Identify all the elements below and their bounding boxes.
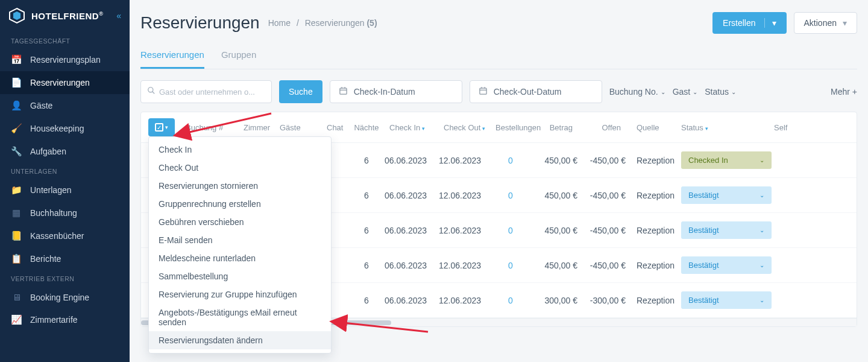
- cell-checkout: 12.06.2023: [439, 156, 491, 165]
- sidebar-item-label: Unterlagen: [30, 185, 72, 195]
- cell-orders: 0: [491, 226, 530, 235]
- chart-icon: 📈: [11, 314, 22, 325]
- th-booking[interactable]: Buchung #: [181, 123, 239, 132]
- th-room[interactable]: Zimmer: [239, 123, 275, 132]
- th-source[interactable]: Quelle: [626, 123, 673, 132]
- bulk-action-item[interactable]: E-Mail senden: [149, 231, 331, 249]
- sidebar-item-housekeeping[interactable]: 🧹Housekeeping: [0, 117, 130, 140]
- cell-amount: 450,00 €: [530, 261, 577, 270]
- screen-icon: 🖥: [11, 292, 22, 302]
- bulk-action-item[interactable]: Gebühren verschieben: [149, 213, 331, 231]
- tabs: ReservierungenGruppen: [140, 43, 857, 69]
- bulk-action-item[interactable]: Meldescheine runterladen: [149, 249, 331, 267]
- checkout-date-filter[interactable]: Check-Out-Datum: [470, 80, 602, 103]
- status-badge[interactable]: Bestätigt⌄: [681, 256, 772, 274]
- sidebar-section-header: VERTRIEB EXTERN: [0, 270, 130, 286]
- sidebar-item-buchhaltung[interactable]: ▦Buchhaltung: [0, 202, 130, 224]
- sidebar-item-zimmertarife[interactable]: 📈Zimmertarife: [0, 308, 130, 331]
- svg-point-1: [148, 87, 153, 92]
- filter-status[interactable]: Status⌄: [705, 87, 736, 97]
- cell-checkout: 12.06.2023: [439, 226, 491, 235]
- th-open[interactable]: Offen: [577, 123, 626, 132]
- cell-orders: 0: [491, 296, 530, 305]
- cell-amount: 450,00 €: [530, 191, 577, 200]
- breadcrumb-home[interactable]: Home: [268, 18, 291, 28]
- sidebar-item-label: Aufgaben: [30, 147, 66, 156]
- bulk-action-item[interactable]: Check In: [149, 141, 331, 159]
- th-amount[interactable]: Betrag: [530, 123, 577, 132]
- th-checkout[interactable]: Check Out: [439, 123, 491, 132]
- search-input[interactable]: [159, 87, 265, 97]
- th-nights[interactable]: Nächte: [348, 123, 385, 132]
- breadcrumb-current: Reservierungen (5): [305, 18, 377, 28]
- filter-booking-no[interactable]: Buchung No.⌄: [609, 87, 665, 97]
- cell-amount: 450,00 €: [530, 156, 577, 165]
- chevron-down-icon: ▾: [764, 18, 776, 28]
- actions-button[interactable]: Aktionen▾: [794, 12, 857, 34]
- cell-nights: 6: [348, 226, 385, 235]
- th-status[interactable]: Status: [673, 123, 769, 132]
- status-badge[interactable]: Checked In⌄: [681, 151, 772, 169]
- bulk-action-item[interactable]: Sammelbestellung: [149, 267, 331, 285]
- sidebar-item-unterlagen[interactable]: 📁Unterlagen: [0, 179, 130, 202]
- select-all-dropdown[interactable]: ✓▾: [148, 118, 175, 136]
- bulk-action-item[interactable]: Check Out: [149, 159, 331, 177]
- bulk-action-item[interactable]: Reservierungen stornieren: [149, 177, 331, 195]
- sidebar-item-reservierungen[interactable]: 📄Reservierungen: [0, 71, 130, 94]
- tab-reservierungen[interactable]: Reservierungen: [140, 43, 204, 69]
- cell-checkin: 06.06.2023: [385, 296, 439, 305]
- cell-checkout: 12.06.2023: [439, 191, 491, 200]
- search-button[interactable]: Suche: [279, 80, 322, 103]
- cell-nights: 6: [348, 156, 385, 165]
- filter-more[interactable]: Mehr +: [831, 87, 857, 97]
- th-chat[interactable]: Chat: [322, 123, 348, 132]
- folder-icon: 📁: [11, 185, 22, 195]
- bulk-action-item[interactable]: Reservierung zur Gruppe hinzufügen: [149, 285, 331, 303]
- cell-source: Rezeption: [626, 296, 673, 305]
- search-icon: [147, 86, 156, 97]
- filter-guest[interactable]: Gast⌄: [673, 87, 698, 97]
- cell-open: -450,00 €: [577, 226, 626, 235]
- sidebar-item-label: Gäste: [30, 101, 52, 110]
- th-orders[interactable]: Bestellungen: [491, 123, 530, 132]
- calendar-icon: 📅: [11, 54, 22, 65]
- logo[interactable]: HOTELFRIEND® «: [0, 0, 130, 33]
- tab-gruppen[interactable]: Gruppen: [221, 43, 256, 69]
- cell-orders: 0: [491, 261, 530, 270]
- checkin-date-filter[interactable]: Check-In-Datum: [330, 80, 462, 103]
- cell-checkin: 06.06.2023: [385, 261, 439, 270]
- doc-icon: 📄: [11, 77, 22, 88]
- svg-line-2: [153, 92, 155, 94]
- chevron-down-icon: ▾: [843, 18, 847, 28]
- sidebar-item-reservierungsplan[interactable]: 📅Reservierungsplan: [0, 48, 130, 71]
- bulk-action-item[interactable]: Gruppenrechnung erstellen: [149, 195, 331, 213]
- cell-open: -300,00 €: [577, 296, 626, 305]
- th-self[interactable]: Self: [769, 123, 793, 132]
- cell-checkout: 12.06.2023: [439, 261, 491, 270]
- create-button[interactable]: Erstellen▾: [712, 12, 786, 34]
- sidebar-section-header: UNTERLAGEN: [0, 163, 130, 179]
- clipboard-icon: 📋: [11, 253, 22, 264]
- sidebar-item-berichte[interactable]: 📋Berichte: [0, 247, 130, 270]
- status-badge[interactable]: Bestätigt⌄: [681, 221, 772, 239]
- sidebar-item-label: Reservierungsplan: [30, 55, 101, 65]
- bulk-action-item[interactable]: Reservierungsdaten ändern: [149, 331, 331, 349]
- sidebar-item-aufgaben[interactable]: 🔧Aufgaben: [0, 140, 130, 163]
- collapse-icon[interactable]: «: [116, 11, 121, 21]
- search-input-wrapper: [140, 80, 272, 103]
- sidebar-item-gäste[interactable]: 👤Gäste: [0, 94, 130, 117]
- bulk-action-item[interactable]: Angebots-/Bestätigungs eMail erneut send…: [149, 303, 331, 331]
- cell-checkin: 06.06.2023: [385, 226, 439, 235]
- status-badge[interactable]: Bestätigt⌄: [681, 291, 772, 309]
- th-guests[interactable]: Gäste: [275, 123, 322, 132]
- cell-nights: 6: [348, 191, 385, 200]
- cell-source: Rezeption: [626, 156, 673, 165]
- sidebar-item-label: Housekeeping: [30, 124, 84, 133]
- th-checkin[interactable]: Check In: [385, 123, 439, 132]
- calendar-icon: [479, 86, 488, 97]
- sidebar-item-label: Berichte: [30, 254, 61, 264]
- sidebar-item-kassenbücher[interactable]: 📒Kassenbücher: [0, 224, 130, 247]
- sidebar-section-header: TAGESGESCHÄFT: [0, 33, 130, 48]
- sidebar-item-booking-engine[interactable]: 🖥Booking Engine: [0, 286, 130, 308]
- status-badge[interactable]: Bestätigt⌄: [681, 186, 772, 204]
